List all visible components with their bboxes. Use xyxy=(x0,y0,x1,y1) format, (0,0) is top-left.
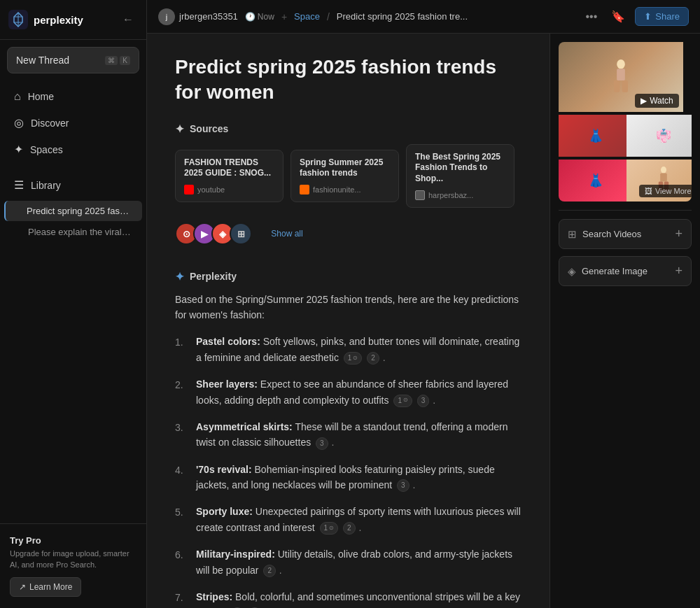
list-number: 5. xyxy=(175,504,188,535)
source-title-3: The Best Spring 2025 Fashion Trends to S… xyxy=(415,152,505,185)
topbar-actions: ••• 🔖 ⬆ Share xyxy=(581,7,689,26)
list-content: Military-inspired: Utility details, oliv… xyxy=(196,546,522,578)
content-area: Predict spring 2025 fashion trends for w… xyxy=(147,34,700,608)
watch-overlay[interactable]: ▶ Watch xyxy=(635,94,679,108)
generate-image-icon: ◈ xyxy=(568,265,576,278)
source-title-1: FASHION TRENDS 2025 GUIDE : SNOG... xyxy=(184,157,274,179)
show-all-label: Show all xyxy=(271,229,302,239)
show-all-button[interactable]: Show all xyxy=(259,215,315,253)
answer-list: 1. Pastel colors: Soft yellows, pinks, a… xyxy=(175,334,522,608)
list-content: Stripes: Bold, colorful, and sometimes u… xyxy=(196,589,522,608)
search-videos-button[interactable]: ⊞ Search Videos + xyxy=(559,219,692,249)
citation-badge[interactable]: 3 xyxy=(316,437,328,450)
intro-text: Based on the Spring/Summer 2025 fashion … xyxy=(175,292,522,323)
topbar-slash: / xyxy=(327,11,330,22)
list-number: 4. xyxy=(175,462,188,493)
try-pro-section: Try Pro Upgrade for image upload, smarte… xyxy=(8,532,138,600)
video-thumbnail-3[interactable]: 👘 xyxy=(626,115,692,157)
perplexity-icon: ✦ xyxy=(175,270,184,283)
generate-image-button[interactable]: ◈ Generate Image + xyxy=(559,256,692,286)
view-more-overlay[interactable]: 🖼 View More xyxy=(639,185,692,197)
source-card-3[interactable]: The Best Spring 2025 Fashion Trends to S… xyxy=(406,144,514,208)
nav-items: ⌂ Home ◎ Discover ✦ Spaces xyxy=(0,78,146,169)
search-videos-label: Search Videos xyxy=(582,229,641,239)
library-item-thread2[interactable]: Please explain the viral '... xyxy=(4,222,142,242)
try-pro-title: Try Pro xyxy=(10,535,136,546)
sidebar-item-discover[interactable]: ◎ Discover xyxy=(4,110,142,136)
source-extra-icon-4: ⊞ xyxy=(230,222,252,245)
topbar-separator: + xyxy=(281,11,287,22)
add-icon: + xyxy=(675,227,682,241)
add-icon-2: + xyxy=(675,264,682,278)
share-button[interactable]: ⬆ Share xyxy=(635,7,689,26)
space-link[interactable]: Space xyxy=(294,11,320,22)
more-options-button[interactable]: ••• xyxy=(581,8,601,26)
clock-icon: 🕐 xyxy=(245,12,255,22)
svg-rect-6 xyxy=(661,174,668,182)
home-icon: ⌂ xyxy=(14,90,21,103)
topbar-time: 🕐 Now xyxy=(245,12,274,22)
citation-badge[interactable]: 1⊙ xyxy=(393,395,412,407)
learn-more-button[interactable]: ↗ Learn More xyxy=(10,577,81,597)
list-content: Pastel colors: Soft yellows, pinks, and … xyxy=(196,334,522,365)
source-favicon-2 xyxy=(300,185,309,195)
list-number: 6. xyxy=(175,547,188,578)
learn-more-icon: ↗ xyxy=(19,582,26,592)
citation-badge[interactable]: 2 xyxy=(367,352,379,365)
citation-badge[interactable]: 1⊙ xyxy=(320,522,339,535)
source-title-2: Spring Summer 2025 fashion trends xyxy=(300,157,390,179)
video-thumbnail-5[interactable]: 🖼 View More xyxy=(626,160,692,202)
image-icon: 🖼 xyxy=(645,187,652,195)
username: jrbergen35351 xyxy=(179,11,238,22)
perplexity-header: ✦ Perplexity xyxy=(175,270,522,283)
play-icon: ▶ xyxy=(640,96,647,106)
source-card-2[interactable]: Spring Summer 2025 fashion trends fashio… xyxy=(290,150,399,202)
sidebar-item-discover-label: Discover xyxy=(31,118,69,129)
sidebar-item-spaces[interactable]: ✦ Spaces xyxy=(4,136,142,162)
discover-icon: ◎ xyxy=(14,116,24,129)
sidebar-footer: Try Pro Upgrade for image upload, smarte… xyxy=(0,523,146,608)
citation-badge[interactable]: 3 xyxy=(397,479,410,492)
citation-badge[interactable]: 2 xyxy=(263,565,276,577)
video-thumbnail-4[interactable]: 👗 xyxy=(559,160,634,202)
video-thumbnail-main[interactable]: ▶ Watch xyxy=(559,42,683,112)
shortcut-k: K xyxy=(120,56,130,65)
source-meta-2: fashionunite... xyxy=(300,185,390,195)
citation-badge[interactable]: 3 xyxy=(417,395,430,407)
new-thread-button[interactable]: New Thread ⌘ K xyxy=(7,47,139,73)
list-content: Sporty luxe: Unexpected pairings of spor… xyxy=(196,504,522,535)
new-thread-label: New Thread xyxy=(16,55,69,66)
citation-badge[interactable]: 1⊙ xyxy=(344,352,363,365)
source-favicon-1 xyxy=(184,185,194,195)
generate-image-label: Generate Image xyxy=(582,266,648,276)
citation-badge[interactable]: 2 xyxy=(343,522,356,535)
list-item: 2. Sheer layers: Expect to see an abunda… xyxy=(175,376,522,408)
svg-point-5 xyxy=(661,167,666,174)
source-card-1[interactable]: FASHION TRENDS 2025 GUIDE : SNOG... yout… xyxy=(175,150,284,202)
sidebar-item-home[interactable]: ⌂ Home xyxy=(4,84,142,109)
video-thumbnail-2[interactable]: 👗 xyxy=(559,115,634,157)
perplexity-label: Perplexity xyxy=(190,271,237,282)
shortcut-badge: ⌘ K xyxy=(105,56,130,65)
library-item-thread1[interactable]: Predict spring 2025 fashio... xyxy=(4,201,142,221)
list-item: 4. '70s revival: Bohemian-inspired looks… xyxy=(175,462,522,493)
divider xyxy=(559,210,692,211)
list-item: 1. Pastel colors: Soft yellows, pinks, a… xyxy=(175,334,522,365)
sidebar-header: perplexity ← xyxy=(0,0,146,40)
generate-image-left: ◈ Generate Image xyxy=(568,265,648,278)
search-videos-icon: ⊞ xyxy=(568,228,577,241)
sidebar-item-spaces-label: Spaces xyxy=(30,144,63,155)
sidebar-item-library[interactable]: ☰ Library xyxy=(4,172,142,198)
collapse-sidebar-button[interactable]: ← xyxy=(118,12,138,27)
sidebar: perplexity ← New Thread ⌘ K ⌂ Home ◎ Dis… xyxy=(0,0,147,608)
bookmark-button[interactable]: 🔖 xyxy=(607,7,629,26)
view-more-label: View More xyxy=(655,187,692,195)
breadcrumb-current: Predict spring 2025 fashion tre... xyxy=(337,11,468,22)
svg-rect-4 xyxy=(622,80,628,92)
list-number: 1. xyxy=(175,334,188,365)
svg-rect-2 xyxy=(617,69,625,80)
library-items: Predict spring 2025 fashio... Please exp… xyxy=(0,199,146,244)
main: j jrbergen35351 🕐 Now + Space / Predict … xyxy=(147,0,700,608)
source-meta-3: harpersbaz... xyxy=(415,190,505,200)
shortcut-cmd: ⌘ xyxy=(105,56,118,65)
